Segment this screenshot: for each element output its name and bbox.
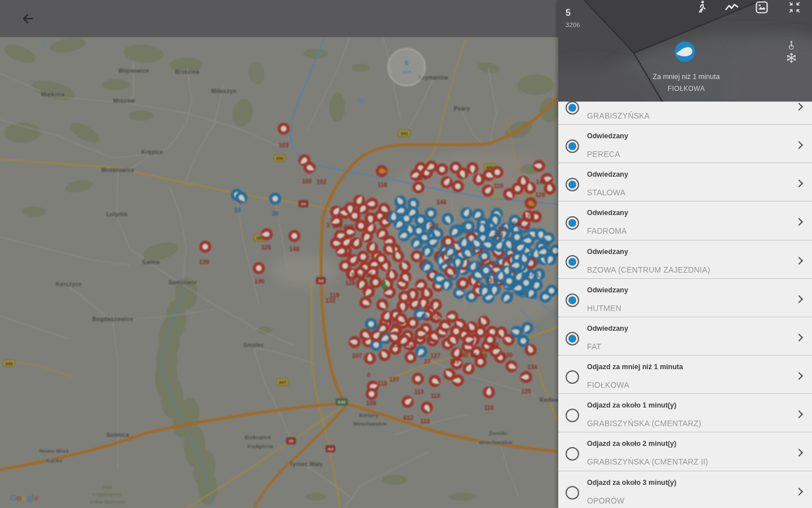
stop-radio-button[interactable] [566,409,579,422]
tram-vehicle-marker[interactable] [288,230,300,242]
tram-vehicle-marker[interactable] [404,351,416,363]
bus-vehicle-marker[interactable] [482,239,494,251]
walk-icon[interactable] [695,0,709,15]
tram-vehicle-marker[interactable] [359,329,371,340]
tram-vehicle-marker[interactable] [450,325,462,337]
bus-vehicle-marker[interactable] [407,206,418,218]
chevron-right-icon[interactable] [795,103,803,111]
bus-vehicle-marker[interactable] [421,261,433,273]
tram-vehicle-marker[interactable] [421,287,433,299]
stop-list-item[interactable]: Odjazd za około 3 minut(y)OPORÓW [558,471,812,508]
bus-vehicle-marker[interactable] [452,256,464,268]
tram-vehicle-marker[interactable] [366,198,378,209]
tram-vehicle-marker[interactable] [533,160,545,172]
chevron-right-icon[interactable] [795,218,803,226]
map-canvas[interactable]: 33634134634736234239594A835A4E40 Wojnowi… [0,0,558,508]
tram-vehicle-marker[interactable] [429,375,440,387]
tram-vehicle-marker[interactable] [370,330,382,341]
chevron-right-icon[interactable] [795,488,803,496]
bus-vehicle-marker[interactable] [433,273,445,284]
tram-vehicle-marker[interactable] [414,327,426,339]
chevron-right-icon[interactable] [795,334,803,341]
bus-vehicle-marker[interactable] [442,213,453,225]
bus-vehicle-marker[interactable] [544,253,556,265]
tram-vehicle-marker[interactable] [401,396,413,408]
tram-vehicle-marker[interactable] [436,163,448,175]
tram-vehicle-marker[interactable] [483,386,495,398]
tram-vehicle-marker[interactable] [430,299,442,310]
tram-vehicle-marker[interactable] [425,160,437,172]
bus-vehicle-marker[interactable] [461,247,473,259]
stop-radio-button[interactable] [566,294,579,307]
tram-vehicle-marker[interactable] [399,260,411,272]
bus-vehicle-marker[interactable] [510,259,522,271]
stop-radio-button[interactable] [566,139,579,153]
bus-vehicle-marker[interactable] [476,223,488,235]
chevron-right-icon[interactable] [795,295,803,303]
tram-vehicle-marker[interactable] [412,181,424,193]
tram-vehicle-marker[interactable] [378,349,390,361]
tram-vehicle-marker[interactable] [253,262,264,274]
tram-vehicle-marker[interactable] [359,296,371,308]
tram-vehicle-marker[interactable] [399,271,411,283]
tram-vehicle-marker[interactable] [505,360,517,372]
chevron-right-icon[interactable] [795,179,803,187]
bus-vehicle-marker[interactable] [489,213,501,225]
tram-vehicle-marker[interactable] [491,166,503,178]
stop-radio-button[interactable] [566,332,579,345]
chevron-right-icon[interactable] [795,449,803,457]
bus-vehicle-marker[interactable] [472,208,484,220]
tram-vehicle-marker[interactable] [277,122,289,134]
tram-vehicle-marker[interactable] [452,374,464,386]
map-cluster-badge[interactable]: 53206 [388,49,425,86]
tram-vehicle-marker[interactable] [398,291,410,303]
bus-vehicle-marker[interactable] [415,345,427,357]
bus-vehicle-marker[interactable] [269,192,281,204]
tram-vehicle-marker[interactable] [340,237,352,248]
tram-vehicle-marker[interactable] [520,371,532,383]
tram-vehicle-marker[interactable] [452,180,464,192]
bus-vehicle-marker[interactable] [425,207,436,219]
tram-vehicle-marker[interactable] [395,313,407,325]
tram-vehicle-marker[interactable] [407,317,418,329]
tram-vehicle-marker[interactable] [439,319,451,331]
bus-vehicle-marker[interactable] [398,229,410,241]
stop-list-item[interactable]: OdwiedzanyFAT [558,317,812,356]
bus-vehicle-marker[interactable] [411,237,422,249]
bus-vehicle-marker[interactable] [444,246,456,257]
stop-list-item[interactable]: Odjazd za około 1 minut(y)GRABISZYŃSKA (… [558,394,812,432]
tram-vehicle-marker[interactable] [440,176,452,188]
tram-vehicle-marker[interactable] [353,195,365,207]
bus-vehicle-marker[interactable] [471,269,483,281]
bus-vehicle-marker[interactable] [545,284,557,296]
bus-vehicle-marker[interactable] [460,207,472,219]
bus-vehicle-marker[interactable] [479,284,491,296]
stop-radio-button[interactable] [566,255,579,269]
bus-vehicle-marker[interactable] [387,211,399,223]
bus-vehicle-marker[interactable] [514,242,526,253]
stop-list-item[interactable]: OdwiedzanyPERECA [558,125,812,163]
route-chart-icon[interactable] [725,0,739,15]
tram-vehicle-marker[interactable] [392,250,404,262]
stop-list-item[interactable]: OdwiedzanySTALOWA [558,163,812,202]
tram-vehicle-marker[interactable] [303,161,315,173]
bus-vehicle-marker[interactable] [502,238,514,249]
fullscreen-exit-icon[interactable] [787,0,802,15]
tram-vehicle-marker[interactable] [482,185,493,196]
stop-list-item[interactable]: Odjazd za około 2 minut(y)GRABISZYŃSKA (… [558,432,812,471]
tram-vehicle-marker[interactable] [466,162,478,174]
tram-vehicle-marker[interactable] [421,401,433,413]
tram-vehicle-marker[interactable] [364,222,376,234]
bus-vehicle-marker[interactable] [521,322,533,334]
tram-vehicle-marker[interactable] [442,235,454,247]
stop-radio-button[interactable] [566,216,579,230]
bus-vehicle-marker[interactable] [431,227,443,239]
tram-vehicle-marker[interactable] [462,362,474,374]
tram-vehicle-marker[interactable] [375,253,387,265]
tram-vehicle-marker[interactable] [365,388,377,400]
back-arrow-icon[interactable] [19,11,35,27]
stop-radio-button[interactable] [566,370,579,384]
chevron-right-icon[interactable] [795,256,803,264]
chevron-right-icon[interactable] [795,141,803,149]
tram-vehicle-marker[interactable] [428,330,440,342]
